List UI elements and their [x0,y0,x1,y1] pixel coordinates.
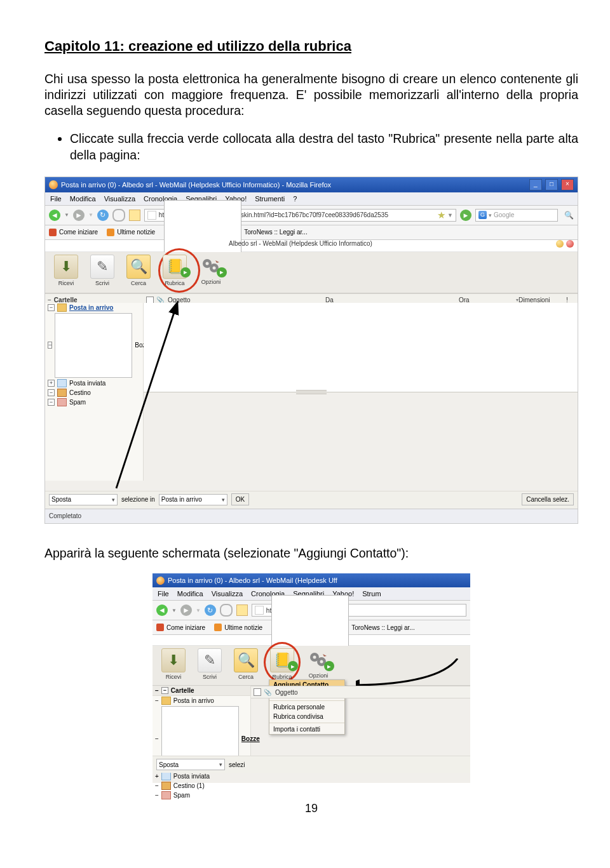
tree-item-posta-inviata[interactable]: +Posta inviata [152,771,250,781]
menu-modifica[interactable]: Modifica [177,590,203,598]
sposta-select[interactable]: Sposta▾ [156,759,225,770]
screenshot-2: Posta in arrivo (0) - Albedo srl - WebMa… [152,573,470,783]
search-placeholder: Google [494,211,514,218]
stop-icon[interactable] [220,604,233,617]
tree-item-spam[interactable]: −Spam [152,791,250,800]
spam-icon [57,398,67,406]
destination-select[interactable]: Posta in arrivo▾ [159,494,227,505]
bookmark-ultime-notizie[interactable]: Ultime notizie [107,229,155,236]
intro-paragraph: Chi usa spesso la posta elettronica ha g… [44,71,578,119]
menu-bar[interactable]: File Modifica Visualizza Cronologia Segn… [45,192,578,206]
toolbar-ricevi[interactable]: ⬇Ricevi [156,648,191,680]
ricevi-icon: ⬇ [54,255,78,279]
window-buttons[interactable]: _ □ × [528,179,574,190]
annotation-arrow [116,310,193,502]
status-bar: Completato [45,509,578,523]
bullet-step: Cliccate sulla freccia verde collocata a… [70,131,578,163]
menu-visualizza[interactable]: Visualizza [104,195,135,203]
rubrica-dropdown-icon[interactable]: ▸ [180,267,191,277]
toolbar-opzioni[interactable]: ▸Opzioni [301,648,336,679]
url-dropdown-icon[interactable]: ▼ [447,212,453,218]
page-favicon [255,606,264,615]
toolbar-opzioni[interactable]: ▸ Opzioni [194,255,228,285]
message-list-area: 📎Oggetto [251,686,470,756]
search-input[interactable]: G ▾ Google [475,209,558,222]
sposta-select[interactable]: Sposta▾ [49,494,118,505]
dropdown-icon: ▾ [219,761,222,768]
back-icon[interactable]: ◄ [156,604,168,616]
menu-file[interactable]: File [158,590,169,598]
toolbar-cerca[interactable]: 🔍Cerca [229,648,263,680]
bookmark-come-iniziare[interactable]: Come iniziare [49,229,98,236]
window-titlebar: Posta in arrivo (0) - Albedo srl - WebMa… [45,177,578,192]
go-icon[interactable]: ► [460,210,471,221]
back-dropdown-icon[interactable]: ▼ [64,212,69,218]
app-title: Albedo srl - WebMail (Helpdesk Ufficio I… [229,240,372,247]
opzioni-dropdown-icon[interactable]: ▸ [324,661,334,671]
bookmark-icon [107,229,114,236]
ok-button[interactable]: OK [231,493,249,505]
toolbar-cerca[interactable]: 🔍 Cerca [121,255,156,286]
rubrica-dropdown-icon[interactable]: ▸ [288,661,298,671]
bookmark-ultime-notizie[interactable]: Ultime notizie [214,624,262,631]
forward-dropdown-icon[interactable]: ▼ [88,212,93,218]
back-dropdown-icon[interactable]: ▼ [172,608,177,613]
cancella-selez-button[interactable]: Cancella selez. [522,493,574,505]
splitter[interactable] [296,390,327,394]
maximize-icon[interactable]: □ [545,179,558,190]
reload-icon[interactable]: ↻ [97,210,109,221]
forward-icon[interactable]: ► [73,210,85,221]
cerca-icon: 🔍 [234,648,258,672]
bookmark-toolbar: Come iniziare Ultime notizie ToroNews ::… [45,225,578,240]
page-favicon [147,211,156,220]
tree-collapse-icon[interactable]: − [155,687,159,694]
opzioni-dropdown-icon[interactable]: ▸ [217,267,227,277]
tree-header: Cartelle [171,687,194,694]
folder-icon [161,772,171,780]
toolbar-scrivi[interactable]: ✎Scrivi [193,648,227,680]
search-go-icon[interactable]: 🔍 [564,211,574,220]
app-toolbar: ⬇ Ricevi ✎ Scrivi 🔍 Cerca 📒 ▸ Rubrica ▸ [45,252,578,293]
chapter-title: Capitolo 11: creazione ed utilizzo della… [44,38,578,55]
menu-file[interactable]: File [50,195,62,203]
menu-modifica[interactable]: Modifica [70,195,96,203]
forward-icon[interactable]: ► [180,604,192,616]
spam-icon [161,791,171,799]
app-toolbar: ⬇Ricevi ✎Scrivi 🔍Cerca 📒▸Rubrica ▸Opzion… [152,646,470,686]
help-icon[interactable] [556,240,564,248]
tree-item-cestino[interactable]: −Cestino (1) [152,781,250,791]
google-icon: G [478,211,487,219]
toolbar-ricevi[interactable]: ⬇ Ricevi [49,255,83,286]
col-oggetto[interactable]: Oggetto [275,689,298,696]
tree-item-posta-in-arrivo[interactable]: −Posta in arrivo [152,696,250,705]
selezione-in-label: selezione in [121,496,155,503]
home-icon[interactable] [129,210,140,221]
bookmark-come-iniziare[interactable]: Come iniziare [156,624,205,631]
toolbar-rubrica[interactable]: 📒 ▸ Rubrica [158,255,192,286]
scrivi-icon: ✎ [198,648,222,672]
forward-dropdown-icon[interactable]: ▼ [196,608,201,613]
bookmark-icon [156,624,164,631]
folder-icon [57,379,67,387]
trash-icon [57,389,67,397]
toolbar-scrivi[interactable]: ✎ Scrivi [85,255,119,286]
exit-icon[interactable] [566,240,574,248]
bookmark-icon [214,624,222,631]
stop-icon[interactable] [112,209,125,222]
bookmark-toolbar: Come iniziare Ultime notizie ToroNews ::… [152,620,470,635]
firefox-icon [49,180,58,189]
reload-icon[interactable]: ↻ [205,604,216,616]
home-icon[interactable] [236,604,248,616]
firefox-icon [156,577,165,585]
window-title: Posta in arrivo (0) - Albedo srl - WebMa… [61,181,331,189]
star-icon[interactable]: ★ [437,210,445,221]
toolbar-rubrica[interactable]: 📒▸Rubrica [265,648,299,680]
ricevi-icon: ⬇ [161,648,186,672]
menu-visualizza[interactable]: Visualizza [212,590,243,598]
minimize-icon[interactable]: _ [529,179,542,190]
select-all-checkbox[interactable] [254,688,261,696]
scrivi-icon: ✎ [90,255,114,279]
folder-icon [57,304,67,312]
close-icon[interactable]: × [561,179,574,190]
back-icon[interactable]: ◄ [49,210,60,221]
